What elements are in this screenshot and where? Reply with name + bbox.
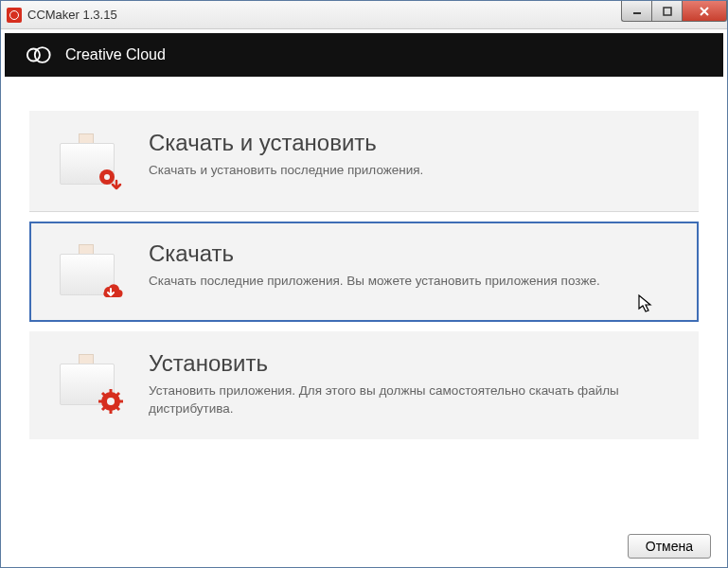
box-icon [54,244,120,301]
svg-line-14 [116,393,119,396]
close-button[interactable] [682,1,727,22]
option-install[interactable]: Установить Установить приложения. Для эт… [29,331,699,439]
options-list: Скачать и установить Скачать и установит… [1,77,727,439]
svg-line-15 [102,407,105,410]
option-desc: Скачать и установить последние приложени… [149,162,423,180]
svg-line-12 [102,393,105,396]
maximize-button[interactable] [651,1,682,22]
footer: Отмена [628,534,711,559]
option-title: Скачать [149,240,600,267]
cancel-button[interactable]: Отмена [628,534,711,559]
option-download-install[interactable]: Скачать и установить Скачать и установит… [29,111,699,212]
svg-rect-1 [664,8,671,15]
option-title: Установить [149,350,674,377]
gear-icon [98,388,124,415]
svg-point-2 [27,48,40,61]
svg-point-3 [35,47,50,62]
gear-download-icon [98,168,124,194]
svg-line-13 [116,407,119,410]
window-controls [621,1,727,22]
cloud-download-icon [98,278,124,305]
option-desc: Установить приложения. Для этого вы долж… [149,382,674,418]
box-icon [54,354,120,411]
svg-point-5 [104,174,110,180]
svg-point-7 [107,398,115,405]
minimize-button[interactable] [621,1,651,22]
app-icon [7,8,22,23]
titlebar: CCMaker 1.3.15 [1,1,727,29]
box-icon [54,133,120,190]
creative-cloud-icon [26,45,52,64]
svg-rect-0 [633,12,641,14]
option-desc: Скачать последние приложения. Вы можете … [149,273,600,291]
window-title: CCMaker 1.3.15 [27,8,117,22]
header: Creative Cloud [5,33,723,77]
option-download[interactable]: Скачать Скачать последние приложения. Вы… [29,222,699,322]
header-title: Creative Cloud [65,46,166,63]
option-title: Скачать и установить [149,130,423,156]
